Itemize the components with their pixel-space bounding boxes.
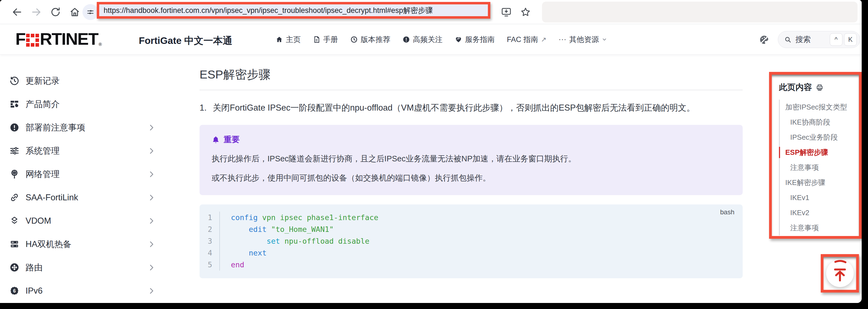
browser-window: https://handbook.fortinet.com.cn/vpn/ips… bbox=[0, 0, 862, 303]
chevron-down-icon bbox=[602, 37, 607, 42]
screenshot-root: https://handbook.fortinet.com.cn/vpn/ips… bbox=[0, 0, 868, 309]
toc-item-ike-negotiation[interactable]: IKE协商阶段 bbox=[780, 115, 855, 130]
sidebar-item-ipv6[interactable]: 6 IPv6 bbox=[9, 279, 156, 302]
url-highlight-annotation: https://handbook.fortinet.com.cn/vpn/ips… bbox=[97, 2, 490, 19]
home-icon[interactable] bbox=[69, 7, 80, 18]
chevron-right-icon bbox=[147, 240, 156, 248]
sliders-icon bbox=[9, 146, 20, 156]
code-line: 2 edit "to_Home_WAN1" bbox=[199, 224, 743, 235]
toc-header: 此页内容 bbox=[779, 82, 855, 93]
link-icon bbox=[9, 193, 20, 203]
search-input[interactable]: 搜索 ^ K bbox=[778, 31, 860, 48]
site-info-icon[interactable] bbox=[83, 4, 98, 20]
logo-text-left: F bbox=[16, 30, 25, 47]
sidebar-item-vdom[interactable]: VDOM bbox=[9, 209, 156, 233]
logo-grid-icon bbox=[26, 34, 39, 47]
chevron-right-icon bbox=[147, 217, 156, 225]
theme-palette-icon[interactable] bbox=[758, 34, 770, 45]
nav-service-guide[interactable]: 服务指南 bbox=[455, 35, 495, 44]
site-title[interactable]: FortiGate 中文一本通 bbox=[139, 34, 232, 47]
toc-item-notes-1[interactable]: 注意事项 bbox=[780, 160, 855, 175]
extensions-profile-area[interactable] bbox=[542, 2, 858, 23]
callout-line: 执行此操作后，IPSec隧道会新进行协商，且之后IPSec业务流量无法被NP加速… bbox=[212, 153, 731, 164]
ipv6-badge-icon: 6 bbox=[9, 286, 20, 296]
router-icon bbox=[9, 262, 20, 273]
printer-icon[interactable] bbox=[816, 84, 824, 91]
toc-title: 此页内容 bbox=[779, 82, 812, 93]
toc-item-esp-decrypt-active[interactable]: ESP解密步骤 bbox=[780, 145, 855, 160]
important-callout: 重要 执行此操作后，IPSec隧道会新进行协商，且之后IPSec业务流量无法被N… bbox=[199, 125, 743, 195]
chevron-right-icon bbox=[147, 287, 156, 295]
chevron-right-icon bbox=[147, 264, 156, 272]
book-icon bbox=[313, 36, 320, 43]
nav-home[interactable]: 主页 bbox=[275, 35, 301, 44]
code-language-badge: bash bbox=[720, 208, 735, 216]
step-1: 1. 关闭FortiGate IPSec一阶段配置中的npu-offload（V… bbox=[199, 101, 743, 115]
site-header: F RTINET ® FortiGate 中文一本通 主页 手册 bbox=[0, 25, 862, 55]
title-divider bbox=[199, 90, 743, 90]
toc-item-ikev1[interactable]: IKEv1 bbox=[780, 190, 855, 205]
main-content: ESP解密步骤 1. 关闭FortiGate IPSec一阶段配置中的npu-o… bbox=[199, 55, 743, 278]
callout-label: 重要 bbox=[224, 134, 240, 145]
install-page-icon[interactable] bbox=[501, 7, 512, 18]
sidebar-item-saa-fortilink[interactable]: SAA-FortiLink bbox=[9, 186, 156, 209]
sidebar-item-pre-deploy-notes[interactable]: 部署前注意事项 bbox=[9, 116, 156, 139]
back-icon[interactable] bbox=[11, 7, 23, 18]
toc-item-ikev2[interactable]: IKEv2 bbox=[780, 205, 855, 220]
bell-icon bbox=[212, 136, 220, 144]
code-line: 1 config vpn ipsec phase1-interface bbox=[199, 212, 743, 224]
heart-handshake-icon bbox=[455, 36, 462, 43]
nav-manual[interactable]: 手册 bbox=[313, 35, 338, 44]
sidebar-item-routing[interactable]: 路由 bbox=[9, 256, 156, 279]
code-line: 4 next bbox=[199, 247, 743, 259]
chevron-right-icon bbox=[147, 124, 156, 132]
bookmark-star-icon[interactable] bbox=[520, 7, 531, 18]
fortinet-logo[interactable]: F RTINET ® bbox=[16, 30, 102, 47]
reload-icon[interactable] bbox=[50, 7, 61, 18]
toc-item-notes-2[interactable]: 注意事项 bbox=[780, 220, 855, 236]
clock-icon bbox=[350, 36, 358, 43]
code-block[interactable]: bash 1 config vpn ipsec phase1-interface… bbox=[199, 204, 743, 278]
address-bar[interactable]: https://handbook.fortinet.com.cn/vpn/ips… bbox=[99, 4, 488, 16]
code-line: 3 set npu-offload disable bbox=[199, 235, 743, 247]
alert-icon bbox=[402, 36, 410, 43]
page-toc: 此页内容 加密IPSec报文类型 IKE协商阶段 IPSec业务阶段 ESP解密… bbox=[772, 75, 859, 236]
callout-header: 重要 bbox=[212, 134, 731, 145]
nav-fac-guide[interactable]: FAC 指南 ↗ bbox=[507, 35, 547, 44]
server-stack-icon bbox=[9, 239, 20, 249]
toc-list: 加密IPSec报文类型 IKE协商阶段 IPSec业务阶段 ESP解密步骤 注意… bbox=[779, 100, 855, 236]
globe-icon bbox=[9, 169, 20, 179]
step-number: 1. bbox=[199, 101, 213, 115]
sidebar-item-network-mgmt[interactable]: 网络管理 bbox=[9, 163, 156, 186]
home-icon bbox=[275, 36, 283, 43]
line-number: 4 bbox=[199, 247, 220, 259]
toc-item-ike-decrypt[interactable]: IKE解密步骤 bbox=[780, 175, 855, 190]
toc-item-encrypted-ipsec-types[interactable]: 加密IPSec报文类型 bbox=[780, 100, 855, 115]
line-number: 2 bbox=[199, 224, 220, 235]
line-number: 5 bbox=[199, 259, 220, 271]
chevron-right-icon bbox=[147, 170, 156, 178]
nav-other-resources[interactable]: ··· 其他资源 bbox=[559, 35, 607, 44]
svg-text:6: 6 bbox=[13, 288, 16, 294]
sidebar-item-system-mgmt[interactable]: 系统管理 bbox=[9, 139, 156, 163]
nav-hot-topics[interactable]: 高频关注 bbox=[402, 35, 442, 44]
page-title: ESP解密步骤 bbox=[199, 67, 743, 82]
arrow-up-to-line-icon bbox=[826, 260, 854, 287]
alert-circle-icon bbox=[9, 123, 20, 133]
sidebar-item-product-intro[interactable]: 产品简介 bbox=[9, 93, 156, 116]
logo-text-right: RTINET bbox=[40, 30, 98, 47]
toc-item-ipsec-traffic[interactable]: IPSec业务阶段 bbox=[780, 130, 855, 145]
nav-version[interactable]: 版本推荐 bbox=[350, 35, 390, 44]
sidebar-item-ha[interactable]: HA双机热备 bbox=[9, 233, 156, 256]
external-link-icon: ↗ bbox=[541, 36, 547, 43]
toc-highlight-annotation: 此页内容 加密IPSec报文类型 IKE协商阶段 IPSec业务阶段 ESP解密… bbox=[769, 72, 862, 239]
history-icon bbox=[9, 76, 20, 86]
line-number: 1 bbox=[199, 212, 220, 224]
back-to-top-button[interactable] bbox=[826, 260, 854, 287]
ctrl-keycap: ^ bbox=[830, 33, 842, 46]
step-text: 关闭FortiGate IPSec一阶段配置中的npu-offload（VM虚机… bbox=[213, 101, 695, 115]
k-keycap: K bbox=[844, 33, 857, 46]
sidebar-item-update-log[interactable]: 更新记录 bbox=[9, 69, 156, 93]
browser-chrome: https://handbook.fortinet.com.cn/vpn/ips… bbox=[0, 0, 862, 24]
forward-icon[interactable] bbox=[31, 7, 42, 18]
